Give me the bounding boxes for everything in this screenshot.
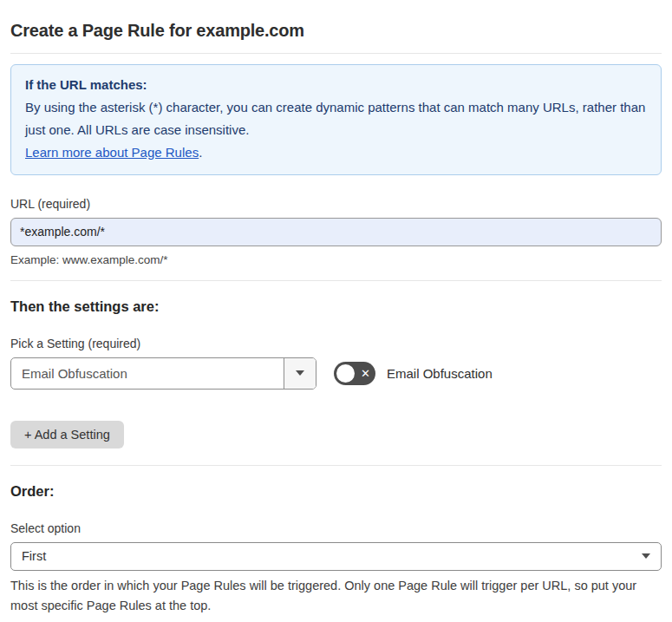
- order-select-label: Select option: [10, 521, 662, 535]
- chevron-down-icon: [296, 370, 304, 376]
- setting-select-value: Email Obfuscation: [11, 358, 284, 389]
- chevron-down-icon: [642, 553, 650, 559]
- email-obfuscation-toggle[interactable]: ✕: [334, 362, 375, 385]
- page-title: Create a Page Rule for example.com: [10, 11, 662, 41]
- order-help-text: This is the order in which your Page Rul…: [10, 576, 662, 616]
- toggle-off-x-icon: ✕: [361, 368, 370, 379]
- setting-select[interactable]: Email Obfuscation: [10, 357, 316, 390]
- url-field-label: URL (required): [10, 197, 662, 211]
- setting-select-arrow-button[interactable]: [284, 358, 316, 389]
- order-select[interactable]: First: [10, 542, 662, 571]
- info-box-link-line: Learn more about Page Rules.: [25, 141, 647, 164]
- info-box-body-text: By using the asterisk (*) character, you…: [25, 100, 645, 137]
- url-example-text: Example: www.example.com/*: [10, 253, 662, 266]
- add-setting-button[interactable]: + Add a Setting: [10, 421, 124, 448]
- setting-row: Email Obfuscation ✕ Email Obfuscation: [10, 357, 662, 390]
- settings-section-divider: [10, 465, 662, 466]
- order-section-heading: Order:: [10, 483, 662, 500]
- page-rule-form: Create a Page Rule for example.com If th…: [0, 11, 672, 622]
- url-input[interactable]: [10, 218, 662, 246]
- url-section-divider: [10, 280, 662, 281]
- title-divider: [10, 53, 662, 54]
- info-box-heading: If the URL matches:: [25, 74, 647, 96]
- order-select-value: First: [22, 549, 46, 563]
- url-match-info-box: If the URL matches: By using the asteris…: [10, 64, 662, 175]
- link-period: .: [199, 145, 202, 160]
- learn-more-link[interactable]: Learn more about Page Rules: [25, 145, 199, 160]
- toggle-label: Email Obfuscation: [387, 366, 493, 381]
- info-box-body: By using the asterisk (*) character, you…: [25, 96, 647, 141]
- toggle-knob-icon: [336, 364, 355, 383]
- settings-section-heading: Then the settings are:: [10, 298, 662, 315]
- pick-setting-label: Pick a Setting (required): [10, 337, 662, 350]
